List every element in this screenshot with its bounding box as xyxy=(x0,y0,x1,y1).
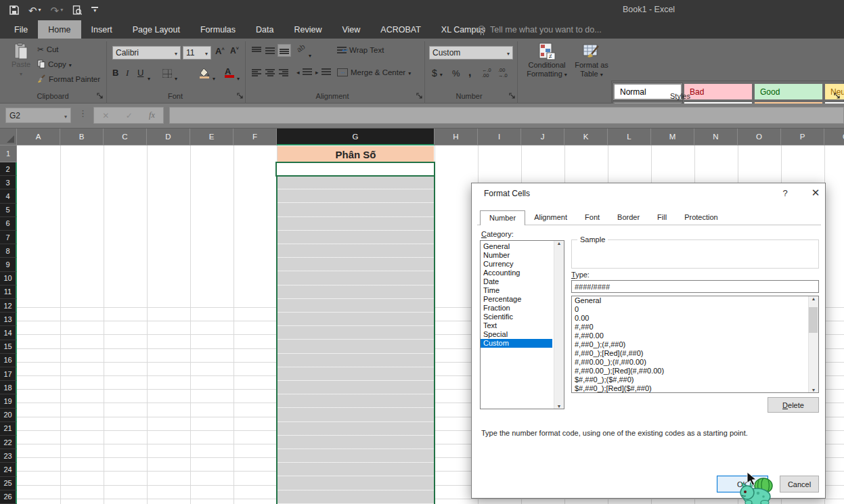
font-color-button[interactable]: A xyxy=(225,66,234,78)
column-header-J[interactable]: J xyxy=(521,129,564,145)
category-item-special[interactable]: Special xyxy=(481,330,552,339)
cancel-button[interactable]: Cancel xyxy=(780,476,819,492)
column-header-D[interactable]: D xyxy=(147,129,190,145)
format-code-item[interactable]: 0 xyxy=(572,305,805,314)
styles-dialog-launcher-icon[interactable] xyxy=(834,93,841,99)
category-item-date[interactable]: Date xyxy=(481,277,552,286)
borders-caret-icon[interactable] xyxy=(175,71,177,83)
underline-button[interactable]: U xyxy=(137,68,143,78)
copy-button[interactable]: Copy xyxy=(37,60,72,68)
row-header-22[interactable]: 22 xyxy=(0,436,17,449)
dialog-tab-number[interactable]: Number xyxy=(480,210,525,225)
column-header-P[interactable]: P xyxy=(781,129,824,145)
increase-indent-button[interactable]: ▸ xyxy=(315,68,331,76)
row-header-1[interactable]: 1 xyxy=(0,145,17,162)
row-header-26[interactable]: 26 xyxy=(0,490,17,504)
row-header-21[interactable]: 21 xyxy=(0,422,17,436)
top-align-icon[interactable] xyxy=(252,47,261,54)
bold-button[interactable]: B xyxy=(112,68,118,78)
style-bad[interactable]: Bad xyxy=(684,83,753,100)
category-item-currency[interactable]: Currency xyxy=(481,260,552,269)
category-item-custom[interactable]: Custom xyxy=(481,339,552,348)
decrease-indent-button[interactable]: ◂ xyxy=(296,68,312,76)
selected-range-g3-g26[interactable] xyxy=(277,176,435,504)
row-header-15[interactable]: 15 xyxy=(0,340,17,354)
format-code-item[interactable]: $#,##0_);[Red]($#,##0) xyxy=(572,384,805,393)
decrease-decimal-button[interactable]: .00→.0 xyxy=(498,68,508,78)
row-header-8[interactable]: 8 xyxy=(0,244,17,258)
category-item-time[interactable]: Time xyxy=(481,286,552,295)
orientation-caret-icon[interactable] xyxy=(309,48,311,60)
row-header-2[interactable]: 2 xyxy=(0,162,17,176)
row-header-12[interactable]: 12 xyxy=(0,299,17,313)
row-header-18[interactable]: 18 xyxy=(0,381,17,394)
type-input[interactable]: ####/#### xyxy=(571,280,819,293)
category-item-text[interactable]: Text xyxy=(481,321,552,330)
format-code-item[interactable]: $#,##0_);($#,##0) xyxy=(572,375,805,384)
redo-icon[interactable]: ↷ xyxy=(51,5,64,16)
row-header-16[interactable]: 16 xyxy=(0,354,17,367)
row-header-24[interactable]: 24 xyxy=(0,463,17,476)
format-code-item[interactable]: #,##0.00_);(#,##0.00) xyxy=(572,358,805,367)
tab-review[interactable]: Review xyxy=(284,20,332,39)
tab-view[interactable]: View xyxy=(332,20,370,39)
column-header-B[interactable]: B xyxy=(60,129,104,145)
insert-function-icon[interactable]: fx xyxy=(149,110,155,120)
middle-align-icon[interactable] xyxy=(265,47,275,55)
category-listbox[interactable]: ▲▼ GeneralNumberCurrencyAccountingDateTi… xyxy=(480,240,564,409)
name-box-splitter[interactable]: ⋮ xyxy=(79,108,87,118)
accounting-format-button[interactable]: $ xyxy=(432,68,443,78)
column-header-F[interactable]: F xyxy=(234,129,277,145)
row-header-19[interactable]: 19 xyxy=(0,394,17,408)
font-color-caret-icon[interactable] xyxy=(237,71,240,83)
print-preview-icon[interactable] xyxy=(72,5,82,15)
column-header-A[interactable]: A xyxy=(17,129,60,145)
format-code-item[interactable]: #,##0_);[Red](#,##0) xyxy=(572,349,805,358)
shrink-font-button[interactable]: A˅ xyxy=(230,46,239,55)
underline-caret-icon[interactable] xyxy=(148,71,150,83)
tab-insert[interactable]: Insert xyxy=(81,20,123,39)
bottom-align-button[interactable] xyxy=(277,44,291,57)
tell-me-box[interactable]: Tell me what you want to do... xyxy=(478,20,602,39)
column-header-I[interactable]: I xyxy=(478,129,521,145)
paste-button[interactable]: Paste xyxy=(5,43,37,78)
format-code-item[interactable]: #,##0.00 xyxy=(572,331,805,340)
active-cell-g2[interactable] xyxy=(275,162,435,177)
clipboard-dialog-launcher-icon[interactable] xyxy=(97,93,104,99)
scrollbar-thumb[interactable] xyxy=(809,307,818,333)
number-format-combo[interactable]: Custom xyxy=(429,46,513,60)
row-header-3[interactable]: 3 xyxy=(0,176,17,189)
category-item-accounting[interactable]: Accounting xyxy=(481,269,552,277)
tab-acrobat[interactable]: ACROBAT xyxy=(370,20,431,39)
align-left-icon[interactable] xyxy=(252,69,261,76)
dialog-close-button[interactable]: ✕ xyxy=(807,187,824,199)
tab-data[interactable]: Data xyxy=(246,20,284,39)
ok-button[interactable]: OK xyxy=(717,476,768,492)
column-header-O[interactable]: O xyxy=(738,129,781,145)
category-item-percentage[interactable]: Percentage xyxy=(481,295,552,304)
cell-g1[interactable]: Phân Số xyxy=(277,146,434,162)
row-header-9[interactable]: 9 xyxy=(0,258,17,271)
font-name-combo[interactable]: Calibri xyxy=(112,46,181,60)
font-dialog-launcher-icon[interactable] xyxy=(237,93,244,99)
cut-button[interactable]: ✂ Cut xyxy=(37,45,59,54)
row-header-11[interactable]: 11 xyxy=(0,285,17,299)
format-code-item[interactable]: General xyxy=(572,296,805,305)
enter-entry-icon[interactable]: ✓ xyxy=(126,111,133,120)
category-item-scientific[interactable]: Scientific xyxy=(481,313,552,321)
row-header-5[interactable]: 5 xyxy=(0,204,17,217)
column-header-Q[interactable]: Q xyxy=(824,129,844,145)
column-header-C[interactable]: C xyxy=(104,129,147,145)
fill-color-caret-icon[interactable] xyxy=(213,71,215,83)
align-right-icon[interactable] xyxy=(279,69,288,76)
category-item-general[interactable]: General xyxy=(481,242,552,251)
format-code-item[interactable]: #,##0.00_);[Red](#,##0.00) xyxy=(572,367,805,375)
format-code-item[interactable]: 0.00 xyxy=(572,314,805,323)
column-header-M[interactable]: M xyxy=(651,129,694,145)
italic-button[interactable]: I xyxy=(126,68,129,78)
category-scrollbar[interactable]: ▲▼ xyxy=(554,241,564,409)
tab-formulas[interactable]: Formulas xyxy=(190,20,246,39)
row-header-23[interactable]: 23 xyxy=(0,449,17,463)
row-header-4[interactable]: 4 xyxy=(0,189,17,203)
borders-icon[interactable] xyxy=(162,69,172,78)
